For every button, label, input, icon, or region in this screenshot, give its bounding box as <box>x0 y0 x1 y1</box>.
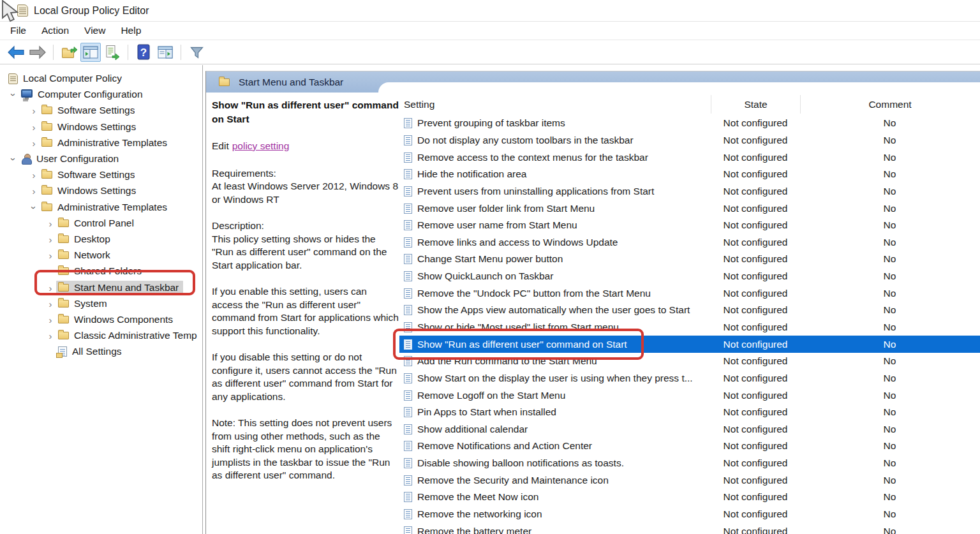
setting-state: Not configured <box>711 390 800 401</box>
list-item[interactable]: Remove user folder link from Start MenuN… <box>399 200 980 217</box>
list-item[interactable]: Prevent grouping of taskbar itemsNot con… <box>399 115 980 132</box>
chevron-right-icon[interactable] <box>45 235 56 244</box>
policy-setting-icon <box>404 169 412 179</box>
folder-icon <box>41 123 52 131</box>
chevron-down-icon[interactable] <box>8 90 19 100</box>
tree-item-classic-administrative-templates[interactable]: Classic Administrative Temp <box>0 328 202 344</box>
column-header-comment[interactable]: Comment <box>800 95 979 114</box>
tree-item-control-panel[interactable]: Control Panel <box>0 216 202 232</box>
mouse-cursor <box>1 0 24 26</box>
filter-button[interactable] <box>186 43 207 62</box>
setting-name: Change Start Menu power button <box>417 253 563 265</box>
list-item[interactable]: Change Start Menu power buttonNot config… <box>399 251 980 268</box>
chevron-right-icon[interactable] <box>45 283 56 293</box>
list-item-show-run-as-different-user[interactable]: Show "Run as different user" command on … <box>399 336 980 353</box>
setting-state: Not configured <box>711 440 800 452</box>
folder-icon <box>41 204 52 211</box>
setting-comment: No <box>800 168 979 180</box>
tree-item-all-settings[interactable]: All Settings <box>0 344 202 360</box>
list-item[interactable]: Remove access to the context menus for t… <box>399 149 980 166</box>
column-header-setting[interactable]: Setting <box>399 99 711 110</box>
list-item[interactable]: Remove the Security and Maintenance icon… <box>399 471 980 489</box>
up-one-level-button[interactable] <box>59 43 79 62</box>
tree-item-administrative-templates-user[interactable]: Administrative Templates <box>0 200 202 216</box>
list-item[interactable]: Show QuickLaunch on TaskbarNot configure… <box>399 268 980 285</box>
chevron-right-icon[interactable] <box>28 170 40 180</box>
tree-item-windows-components[interactable]: Windows Components <box>0 312 202 328</box>
setting-name: Pin Apps to Start when installed <box>417 406 556 418</box>
tree-item-windows-settings-user[interactable]: Windows Settings <box>0 183 202 199</box>
tree-item-software-settings-user[interactable]: Software Settings <box>0 167 202 183</box>
tree-item-label: Administrative Templates <box>57 202 167 213</box>
list-item[interactable]: Remove the networking iconNot configured… <box>399 506 980 523</box>
back-button[interactable] <box>6 43 26 62</box>
tree-item-local-computer-policy[interactable]: Local Computer Policy <box>0 71 202 87</box>
chevron-right-icon[interactable] <box>45 299 56 309</box>
show-console-tree-button[interactable] <box>80 43 101 62</box>
list-item[interactable]: Remove links and access to Windows Updat… <box>399 234 980 251</box>
export-list-button[interactable] <box>102 43 122 62</box>
menu-file[interactable]: File <box>10 25 26 36</box>
chevron-right-icon[interactable] <box>28 106 40 115</box>
forward-button[interactable] <box>27 43 48 62</box>
tree-item-label: Local Computer Policy <box>23 73 122 84</box>
chevron-right-icon[interactable] <box>45 251 56 260</box>
list-item[interactable]: Remove Notifications and Action CenterNo… <box>399 438 980 455</box>
list-item[interactable]: Remove the "Undock PC" button from the S… <box>399 285 980 302</box>
list-item[interactable]: Remove the battery meterNot configuredNo <box>399 523 980 534</box>
tree-item-administrative-templates-computer[interactable]: Administrative Templates <box>0 135 202 151</box>
tree-item-network[interactable]: Network <box>0 248 202 263</box>
setting-state: Not configured <box>711 322 800 333</box>
list-item[interactable]: Show additional calendarNot configuredNo <box>399 421 980 438</box>
tree-item-computer-configuration[interactable]: Computer Configuration <box>0 87 202 103</box>
setting-state: Not configured <box>711 117 800 129</box>
setting-name: Remove the networking icon <box>417 508 542 520</box>
tree-item-user-configuration[interactable]: User Configuration <box>0 151 202 167</box>
list-item[interactable]: Remove user name from Start MenuNot conf… <box>399 217 980 234</box>
chevron-right-icon[interactable] <box>45 331 56 341</box>
tree-item-desktop[interactable]: Desktop <box>0 232 202 248</box>
list-item[interactable]: Do not display any custom toolbars in th… <box>399 132 980 149</box>
tree-item-system[interactable]: System <box>0 296 202 312</box>
tree-item-start-menu-and-taskbar[interactable]: Start Menu and Taskbar <box>0 279 202 295</box>
setting-comment: No <box>800 271 979 282</box>
tree-item-shared-folders[interactable]: Shared Folders <box>0 263 202 279</box>
chevron-right-icon[interactable] <box>28 122 40 132</box>
toolbar-separator <box>128 45 128 60</box>
policy-setting-icon <box>404 118 412 128</box>
show-action-pane-button[interactable] <box>155 43 175 62</box>
chevron-right-icon[interactable] <box>45 315 56 325</box>
chevron-right-icon[interactable] <box>28 138 40 148</box>
folder-icon <box>58 332 69 339</box>
window-title: Local Group Policy Editor <box>34 5 149 17</box>
menu-view[interactable]: View <box>84 25 105 36</box>
setting-name: Prevent grouping of taskbar items <box>417 117 565 129</box>
tree-item-software-settings-computer[interactable]: Software Settings <box>0 103 202 119</box>
list-item[interactable]: Show or hide "Most used" list from Start… <box>399 319 980 336</box>
menu-action[interactable]: Action <box>41 25 69 36</box>
list-item[interactable]: Show Start on the display the user is us… <box>399 370 980 387</box>
chevron-down-icon[interactable] <box>28 203 40 212</box>
tree-item-windows-settings-computer[interactable]: Windows Settings <box>0 119 202 135</box>
list-item[interactable]: Pin Apps to Start when installedNot conf… <box>399 404 980 421</box>
list-item[interactable]: Hide the notification areaNot configured… <box>399 166 980 183</box>
chevron-right-icon[interactable] <box>28 186 40 196</box>
chevron-right-icon[interactable] <box>45 219 56 228</box>
list-item[interactable]: Add the Run command to the Start MenuNot… <box>399 353 980 370</box>
menu-bar: File Action View Help <box>0 22 980 40</box>
setting-comment: No <box>800 135 979 146</box>
edit-policy-setting-link[interactable]: policy setting <box>232 140 290 151</box>
tree-item-label: Start Menu and Taskbar <box>74 282 179 293</box>
setting-state: Not configured <box>711 406 800 418</box>
chevron-down-icon[interactable] <box>8 154 19 164</box>
column-header-state[interactable]: State <box>711 95 800 114</box>
setting-name: Remove Notifications and Action Center <box>417 440 592 452</box>
setting-state: Not configured <box>711 304 800 316</box>
list-item[interactable]: Prevent users from uninstalling applicat… <box>399 183 980 200</box>
list-item[interactable]: Remove Logoff on the Start MenuNot confi… <box>399 387 980 404</box>
menu-help[interactable]: Help <box>121 25 141 36</box>
help-button[interactable]: ? <box>133 43 154 62</box>
list-item[interactable]: Remove the Meet Now iconNot configuredNo <box>399 489 980 506</box>
list-item[interactable]: Disable showing balloon notifications as… <box>399 455 980 472</box>
list-item[interactable]: Show the Apps view automatically when th… <box>399 302 980 319</box>
